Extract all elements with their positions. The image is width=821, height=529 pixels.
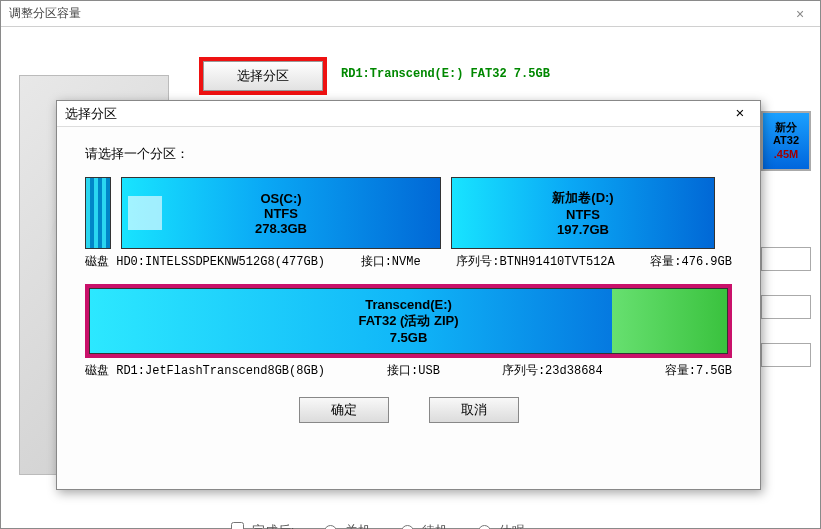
partition-fs: NTFS	[566, 207, 600, 222]
complete-row: 完成后: 关机 待机 休眠	[231, 522, 525, 529]
partition-d[interactable]: 新加卷(D:) NTFS 197.7GB	[451, 177, 715, 249]
select-partition-button[interactable]: 选择分区	[203, 61, 323, 91]
partition-c[interactable]: OS(C:) NTFS 278.3GB	[121, 177, 441, 249]
disk0-cap: 容量:476.9GB	[650, 253, 732, 270]
radio-input[interactable]	[324, 525, 337, 530]
bg-field[interactable]	[761, 295, 811, 319]
bg-newpart-line2: AT32	[773, 134, 799, 147]
disk1-cap: 容量:7.5GB	[665, 362, 732, 379]
complete-checkbox[interactable]: 完成后:	[231, 522, 294, 529]
bg-new-partition: 新分 AT32 .45M	[761, 111, 811, 171]
main-close-button[interactable]: ×	[780, 1, 820, 27]
partition-size: 7.5GB	[390, 330, 428, 345]
complete-checkbox-input[interactable]	[231, 522, 244, 529]
select-partition-dialog: 选择分区 × 请选择一个分区： OS(C:) NTFS 278.3GB 新加卷(…	[56, 100, 761, 490]
cancel-button[interactable]: 取消	[429, 397, 519, 423]
disk0-iface: 接口:NVMe	[361, 253, 421, 270]
partition-size: 197.7GB	[557, 222, 609, 237]
partition-fs: NTFS	[264, 206, 298, 221]
disk0-info: 磁盘 HD0:INTELSSDPEKNW512G8(477GB) 接口:NVMe…	[85, 253, 732, 270]
disk0-serial: 序列号:BTNH91410TVT512A	[456, 253, 614, 270]
partition-e[interactable]: Transcend(E:) FAT32 (活动 ZIP) 7.5GB	[89, 288, 728, 354]
bg-input-stack	[761, 247, 811, 367]
radio-label: 休眠	[499, 522, 525, 529]
select-partition-highlight: 选择分区	[199, 57, 327, 95]
bg-newpart-line3: .45M	[774, 148, 798, 161]
complete-radio-standby[interactable]: 待机	[401, 522, 448, 529]
ok-button[interactable]: 确定	[299, 397, 389, 423]
main-titlebar: 调整分区容量 ×	[1, 1, 820, 27]
dialog-titlebar: 选择分区 ×	[57, 101, 760, 127]
disk1-iface: 接口:USB	[387, 362, 440, 379]
dialog-body: 请选择一个分区： OS(C:) NTFS 278.3GB 新加卷(D:) NTF…	[57, 127, 760, 433]
dialog-close-button[interactable]: ×	[726, 104, 754, 124]
bg-field[interactable]	[761, 343, 811, 367]
partition-name: OS(C:)	[260, 191, 301, 206]
disk0-id: 磁盘 HD0:INTELSSDPEKNW512G8(477GB)	[85, 253, 325, 270]
partition-name: Transcend(E:)	[365, 297, 452, 312]
partition-e-selection: Transcend(E:) FAT32 (活动 ZIP) 7.5GB	[85, 284, 732, 358]
bg-newpart-line1: 新分	[775, 121, 797, 134]
disk1-id: 磁盘 RD1:JetFlashTranscend8GB(8GB)	[85, 362, 325, 379]
dialog-prompt: 请选择一个分区：	[85, 145, 732, 163]
dialog-buttons: 确定 取消	[85, 397, 732, 423]
radio-input[interactable]	[401, 525, 414, 530]
disk1-serial: 序列号:23d38684	[502, 362, 603, 379]
disk1-info: 磁盘 RD1:JetFlashTranscend8GB(8GB) 接口:USB …	[85, 362, 732, 379]
partition-fs: FAT32 (活动 ZIP)	[358, 312, 458, 330]
partition-name: 新加卷(D:)	[552, 189, 613, 207]
disk0-system-reserved[interactable]	[85, 177, 111, 249]
complete-radio-hibernate[interactable]: 休眠	[478, 522, 525, 529]
bg-field[interactable]	[761, 247, 811, 271]
complete-checkbox-label: 完成后:	[252, 523, 295, 529]
disk1-block: Transcend(E:) FAT32 (活动 ZIP) 7.5GB 磁盘 RD…	[85, 284, 732, 379]
main-window-title: 调整分区容量	[9, 5, 81, 22]
radio-label: 待机	[422, 522, 448, 529]
disk0-bar: OS(C:) NTFS 278.3GB 新加卷(D:) NTFS 197.7GB	[85, 177, 732, 249]
radio-input[interactable]	[478, 525, 491, 530]
main-body: 选择分区 RD1:Transcend(E:) FAT32 7.5GB 新分 AT…	[1, 27, 820, 51]
dialog-title: 选择分区	[65, 105, 117, 123]
complete-radio-shutdown[interactable]: 关机	[324, 522, 371, 529]
radio-label: 关机	[345, 522, 371, 529]
current-partition-label: RD1:Transcend(E:) FAT32 7.5GB	[341, 67, 550, 81]
partition-size: 278.3GB	[255, 221, 307, 236]
disk0-block: OS(C:) NTFS 278.3GB 新加卷(D:) NTFS 197.7GB…	[85, 177, 732, 270]
